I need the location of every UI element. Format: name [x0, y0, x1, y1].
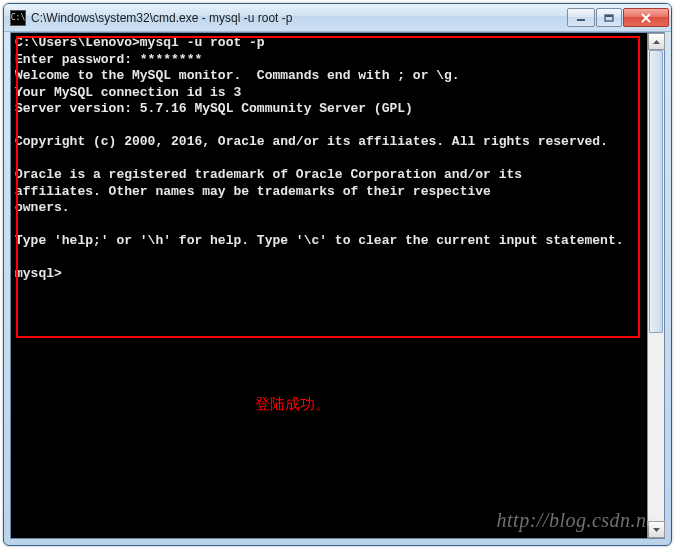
svg-rect-2: [605, 15, 613, 17]
terminal-line: owners.: [15, 200, 643, 217]
client-area: C:\Users\Lenovo>mysql -u root -pEnter pa…: [10, 32, 665, 539]
terminal-line: affiliates. Other names may be trademark…: [15, 184, 643, 201]
scroll-track[interactable]: [648, 50, 664, 521]
window-title: C:\Windows\system32\cmd.exe - mysql -u r…: [31, 11, 567, 25]
terminal-line: Copyright (c) 2000, 2016, Oracle and/or …: [15, 134, 643, 151]
scroll-up-button[interactable]: [648, 33, 665, 50]
maximize-button[interactable]: [596, 8, 622, 27]
scroll-down-button[interactable]: [648, 521, 665, 538]
terminal-line: Server version: 5.7.16 MySQL Community S…: [15, 101, 643, 118]
terminal-line: Enter password: ********: [15, 52, 643, 69]
terminal-line: [15, 118, 643, 135]
cmd-window: C:\ C:\Windows\system32\cmd.exe - mysql …: [3, 3, 672, 546]
terminal-line: [15, 250, 643, 267]
app-icon: C:\: [10, 10, 26, 26]
terminal-line: mysql>: [15, 266, 643, 283]
terminal-line: [15, 151, 643, 168]
minimize-button[interactable]: [567, 8, 595, 27]
titlebar[interactable]: C:\ C:\Windows\system32\cmd.exe - mysql …: [4, 4, 671, 32]
close-button[interactable]: [623, 8, 669, 27]
terminal-line: Welcome to the MySQL monitor. Commands e…: [15, 68, 643, 85]
scroll-thumb[interactable]: [649, 50, 663, 333]
terminal-line: C:\Users\Lenovo>mysql -u root -p: [15, 35, 643, 52]
annotation-text: 登陆成功。: [255, 395, 330, 414]
vertical-scrollbar: [647, 33, 664, 538]
terminal-line: [15, 217, 643, 234]
window-controls: [567, 8, 669, 27]
terminal-line: Oracle is a registered trademark of Orac…: [15, 167, 643, 184]
terminal-line: Your MySQL connection id is 3: [15, 85, 643, 102]
terminal-line: Type 'help;' or '\h' for help. Type '\c'…: [15, 233, 643, 250]
terminal-output[interactable]: C:\Users\Lenovo>mysql -u root -pEnter pa…: [11, 33, 647, 538]
svg-rect-0: [577, 19, 585, 21]
